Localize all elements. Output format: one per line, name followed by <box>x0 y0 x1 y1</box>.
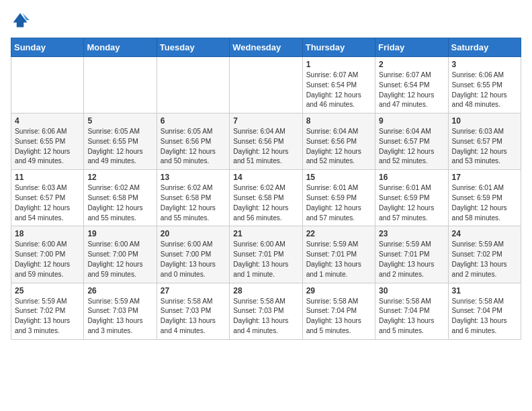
day-info: Sunrise: 6:05 AM Sunset: 6:55 PM Dayligh… <box>87 127 152 167</box>
day-info: Sunrise: 6:02 AM Sunset: 6:58 PM Dayligh… <box>233 183 298 223</box>
day-number: 10 <box>452 116 517 126</box>
calendar-week-1: 1Sunrise: 6:07 AM Sunset: 6:54 PM Daylig… <box>11 57 521 113</box>
calendar-cell: 26Sunrise: 5:59 AM Sunset: 7:03 PM Dayli… <box>84 283 157 339</box>
logo <box>11 11 32 30</box>
calendar-cell <box>84 57 157 113</box>
day-info: Sunrise: 5:59 AM Sunset: 7:01 PM Dayligh… <box>306 240 371 279</box>
day-number: 17 <box>452 173 517 182</box>
page-header <box>11 11 521 30</box>
day-info: Sunrise: 6:04 AM Sunset: 6:57 PM Dayligh… <box>379 127 444 167</box>
day-info: Sunrise: 6:05 AM Sunset: 6:56 PM Dayligh… <box>161 127 226 167</box>
day-info: Sunrise: 6:06 AM Sunset: 6:55 PM Dayligh… <box>15 127 80 167</box>
calendar-week-5: 25Sunrise: 5:59 AM Sunset: 7:02 PM Dayli… <box>11 283 521 339</box>
calendar-cell: 23Sunrise: 5:59 AM Sunset: 7:01 PM Dayli… <box>375 226 448 283</box>
calendar-cell: 5Sunrise: 6:05 AM Sunset: 6:55 PM Daylig… <box>84 113 157 170</box>
calendar-cell: 15Sunrise: 6:01 AM Sunset: 6:59 PM Dayli… <box>302 170 375 226</box>
day-number: 26 <box>87 286 152 295</box>
calendar-cell: 2Sunrise: 6:07 AM Sunset: 6:54 PM Daylig… <box>375 57 448 113</box>
calendar-cell: 3Sunrise: 6:06 AM Sunset: 6:55 PM Daylig… <box>448 57 521 113</box>
calendar-cell: 1Sunrise: 6:07 AM Sunset: 6:54 PM Daylig… <box>302 57 375 113</box>
day-info: Sunrise: 5:59 AM Sunset: 7:02 PM Dayligh… <box>15 297 80 336</box>
day-number: 30 <box>379 286 444 295</box>
day-number: 8 <box>306 116 371 126</box>
day-number: 19 <box>87 229 152 238</box>
calendar-week-3: 11Sunrise: 6:03 AM Sunset: 6:57 PM Dayli… <box>11 170 521 226</box>
day-info: Sunrise: 5:58 AM Sunset: 7:03 PM Dayligh… <box>233 297 298 336</box>
day-info: Sunrise: 6:00 AM Sunset: 7:00 PM Dayligh… <box>15 240 80 279</box>
header-cell-monday: Monday <box>84 38 157 57</box>
day-number: 23 <box>379 229 444 238</box>
header-cell-sunday: Sunday <box>11 38 84 57</box>
calendar-cell: 17Sunrise: 6:01 AM Sunset: 6:59 PM Dayli… <box>448 170 521 226</box>
day-info: Sunrise: 6:00 AM Sunset: 7:01 PM Dayligh… <box>233 240 298 279</box>
day-info: Sunrise: 5:58 AM Sunset: 7:04 PM Dayligh… <box>306 297 371 336</box>
day-number: 27 <box>161 286 226 295</box>
calendar-cell: 11Sunrise: 6:03 AM Sunset: 6:57 PM Dayli… <box>11 170 84 226</box>
calendar-cell: 4Sunrise: 6:06 AM Sunset: 6:55 PM Daylig… <box>11 113 84 170</box>
header-cell-friday: Friday <box>375 38 448 57</box>
calendar-cell <box>230 57 302 113</box>
day-info: Sunrise: 6:01 AM Sunset: 6:59 PM Dayligh… <box>452 183 517 223</box>
calendar-cell: 20Sunrise: 6:00 AM Sunset: 7:00 PM Dayli… <box>157 226 229 283</box>
day-info: Sunrise: 5:58 AM Sunset: 7:04 PM Dayligh… <box>379 297 444 336</box>
calendar-cell: 30Sunrise: 5:58 AM Sunset: 7:04 PM Dayli… <box>375 283 448 339</box>
day-number: 29 <box>306 286 371 295</box>
calendar-table: SundayMondayTuesdayWednesdayThursdayFrid… <box>11 38 521 340</box>
header-cell-wednesday: Wednesday <box>230 38 302 57</box>
calendar-cell: 8Sunrise: 6:04 AM Sunset: 6:56 PM Daylig… <box>302 113 375 170</box>
day-info: Sunrise: 6:07 AM Sunset: 6:54 PM Dayligh… <box>379 71 444 110</box>
calendar-week-4: 18Sunrise: 6:00 AM Sunset: 7:00 PM Dayli… <box>11 226 521 283</box>
day-info: Sunrise: 5:59 AM Sunset: 7:01 PM Dayligh… <box>379 240 444 279</box>
day-info: Sunrise: 6:02 AM Sunset: 6:58 PM Dayligh… <box>161 183 226 223</box>
day-number: 13 <box>161 173 226 182</box>
day-number: 25 <box>15 286 80 295</box>
day-info: Sunrise: 5:58 AM Sunset: 7:04 PM Dayligh… <box>452 297 517 336</box>
day-number: 5 <box>87 116 152 126</box>
day-info: Sunrise: 5:59 AM Sunset: 7:02 PM Dayligh… <box>452 240 517 279</box>
calendar-cell: 25Sunrise: 5:59 AM Sunset: 7:02 PM Dayli… <box>11 283 84 339</box>
calendar-cell: 12Sunrise: 6:02 AM Sunset: 6:58 PM Dayli… <box>84 170 157 226</box>
day-number: 15 <box>306 173 371 182</box>
header-cell-thursday: Thursday <box>302 38 375 57</box>
day-number: 3 <box>452 60 517 69</box>
day-number: 24 <box>452 229 517 238</box>
svg-marker-0 <box>13 13 28 28</box>
calendar-cell: 27Sunrise: 5:58 AM Sunset: 7:03 PM Dayli… <box>157 283 229 339</box>
day-number: 9 <box>379 116 444 126</box>
calendar-cell: 18Sunrise: 6:00 AM Sunset: 7:00 PM Dayli… <box>11 226 84 283</box>
day-info: Sunrise: 6:01 AM Sunset: 6:59 PM Dayligh… <box>379 183 444 223</box>
calendar-cell: 29Sunrise: 5:58 AM Sunset: 7:04 PM Dayli… <box>302 283 375 339</box>
day-number: 6 <box>161 116 226 126</box>
calendar-cell: 19Sunrise: 6:00 AM Sunset: 7:00 PM Dayli… <box>84 226 157 283</box>
day-number: 21 <box>233 229 298 238</box>
day-number: 4 <box>15 116 80 126</box>
day-info: Sunrise: 6:00 AM Sunset: 7:00 PM Dayligh… <box>161 240 226 279</box>
day-number: 12 <box>87 173 152 182</box>
header-cell-tuesday: Tuesday <box>157 38 229 57</box>
day-number: 31 <box>452 286 517 295</box>
day-info: Sunrise: 6:04 AM Sunset: 6:56 PM Dayligh… <box>233 127 298 167</box>
calendar-header: SundayMondayTuesdayWednesdayThursdayFrid… <box>11 38 521 57</box>
calendar-week-2: 4Sunrise: 6:06 AM Sunset: 6:55 PM Daylig… <box>11 113 521 170</box>
day-number: 22 <box>306 229 371 238</box>
day-info: Sunrise: 5:58 AM Sunset: 7:03 PM Dayligh… <box>161 297 226 336</box>
day-info: Sunrise: 6:03 AM Sunset: 6:57 PM Dayligh… <box>452 127 517 167</box>
day-number: 11 <box>15 173 80 182</box>
logo-icon <box>11 11 30 30</box>
day-info: Sunrise: 6:03 AM Sunset: 6:57 PM Dayligh… <box>15 183 80 223</box>
header-cell-saturday: Saturday <box>448 38 521 57</box>
calendar-cell <box>157 57 229 113</box>
calendar-cell <box>11 57 84 113</box>
day-number: 14 <box>233 173 298 182</box>
day-number: 28 <box>233 286 298 295</box>
day-number: 2 <box>379 60 444 69</box>
calendar-cell: 22Sunrise: 5:59 AM Sunset: 7:01 PM Dayli… <box>302 226 375 283</box>
calendar-cell: 10Sunrise: 6:03 AM Sunset: 6:57 PM Dayli… <box>448 113 521 170</box>
day-number: 16 <box>379 173 444 182</box>
calendar-cell: 31Sunrise: 5:58 AM Sunset: 7:04 PM Dayli… <box>448 283 521 339</box>
calendar-cell: 13Sunrise: 6:02 AM Sunset: 6:58 PM Dayli… <box>157 170 229 226</box>
calendar-cell: 24Sunrise: 5:59 AM Sunset: 7:02 PM Dayli… <box>448 226 521 283</box>
day-info: Sunrise: 6:02 AM Sunset: 6:58 PM Dayligh… <box>87 183 152 223</box>
day-info: Sunrise: 6:01 AM Sunset: 6:59 PM Dayligh… <box>306 183 371 223</box>
calendar-body: 1Sunrise: 6:07 AM Sunset: 6:54 PM Daylig… <box>11 57 521 340</box>
